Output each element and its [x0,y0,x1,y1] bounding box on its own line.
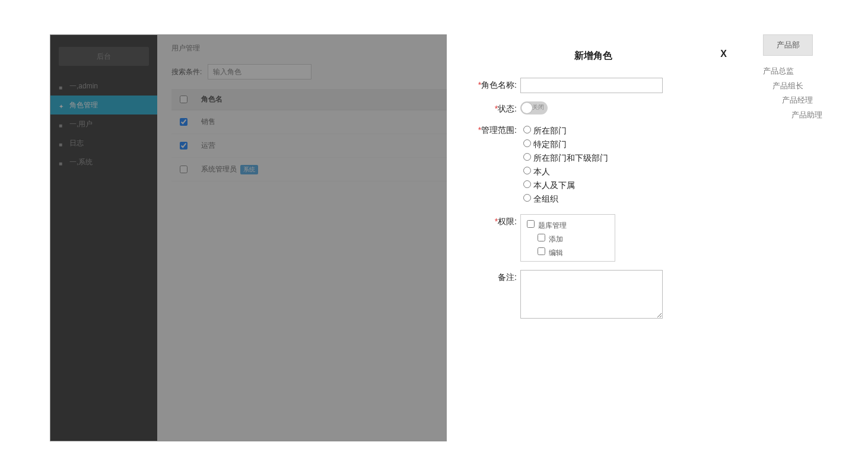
perm-child-checkbox[interactable] [538,234,545,241]
close-icon[interactable]: X [720,49,727,59]
org-node[interactable]: 产品经理 [763,93,846,108]
scope-radio-group: 所在部门特定部门所在部门和下级部门本人本人及下属全组织 [520,123,720,206]
role-name-input[interactable] [520,78,663,93]
scope-option[interactable]: 全组织 [520,192,720,205]
scope-option[interactable]: 本人 [520,165,720,177]
label-scope: *管理范围: [467,123,520,136]
scope-option[interactable]: 特定部门 [520,138,720,150]
scope-radio[interactable] [523,139,531,147]
label-status: *状态: [467,101,520,114]
perm-root-checkbox[interactable] [527,220,535,228]
remark-textarea[interactable] [520,270,663,319]
scope-radio[interactable] [523,194,531,202]
perm-child-checkbox[interactable] [538,261,545,262]
add-role-panel: 新增角色 X *角色名称: *状态: 关闭 [447,34,740,441]
permission-tree[interactable]: 题库管理 添加 编辑 删除 [520,214,615,262]
org-node[interactable]: 产品总监 [763,64,846,79]
perm-child-label: 添加 [549,235,563,243]
scope-option[interactable]: 所在部门和下级部门 [520,151,720,164]
scope-radio[interactable] [523,153,531,161]
scope-radio[interactable] [523,167,531,174]
scope-radio[interactable] [523,180,531,188]
org-node[interactable]: 产品组长 [763,79,846,94]
org-tree-panel: 产品部 产品总监产品组长产品经理产品助理 [763,34,846,123]
modal-overlay[interactable]: 新增角色 X *角色名称: *状态: 关闭 [50,34,740,441]
perm-child-label: 编辑 [549,249,563,257]
scope-option[interactable]: 所在部门 [520,124,720,136]
org-title[interactable]: 产品部 [763,34,813,56]
perm-root-label: 题库管理 [538,221,567,230]
panel-title: 新增角色 [467,50,720,62]
org-node[interactable]: 产品助理 [763,108,846,123]
label-perm: *权限: [467,214,520,227]
status-toggle[interactable]: 关闭 [520,101,548,114]
label-remark: 备注: [467,270,520,283]
perm-child-checkbox[interactable] [538,247,545,255]
label-role-name: *角色名称: [467,78,520,91]
scope-radio[interactable] [523,126,531,133]
scope-option[interactable]: 本人及下属 [520,179,720,191]
